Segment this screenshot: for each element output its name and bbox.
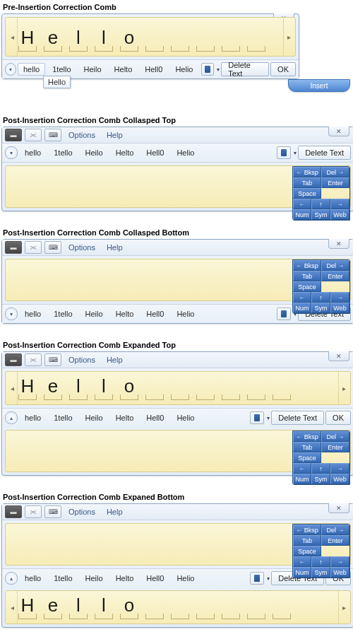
comb-cell[interactable]: H [18,375,37,400]
key-right[interactable]: → [330,199,349,209]
key-delete[interactable]: Del → [321,260,349,271]
scroll-right-button[interactable]: ▸ [283,18,294,56]
comb-cell[interactable] [222,375,240,400]
expander-button[interactable]: ▴ [5,411,18,424]
comb-cell[interactable] [273,595,291,619]
key-backspace[interactable]: ← Bksp [293,167,321,177]
comb-cell[interactable] [247,27,265,52]
key-backspace[interactable]: ← Bksp [293,525,321,535]
key-tab[interactable]: Tab [293,177,321,188]
delete-text-button[interactable]: Delete Text [298,146,351,160]
writing-area[interactable]: ← Bksp Del → Tab Enter Space ← ↑ → Num S… [5,430,351,472]
expander-button[interactable]: ▾ [5,63,16,76]
delete-text-button[interactable]: Delete Text [221,62,269,76]
key-num[interactable]: Num [293,474,311,484]
writing-pad-button[interactable]: ▬ [5,505,22,518]
key-num[interactable]: Num [293,209,311,220]
suggestion-item[interactable]: Helto [110,308,140,320]
suggestion-item[interactable]: 1tello [47,63,76,76]
key-up[interactable]: ↑ [311,292,330,303]
suggestion-item[interactable]: Hell0 [140,572,169,585]
suggestion-item[interactable]: 1tello [48,411,78,424]
handwriting-comb[interactable]: ◂ ▸ H e l l o [5,371,351,405]
writing-pad-button[interactable]: ▬ [5,353,22,366]
writing-pad-button[interactable]: ▬ [5,129,22,141]
suggestion-item[interactable]: Helio [171,411,200,424]
options-menu[interactable]: Options [64,356,100,364]
comb-cell[interactable] [196,595,215,619]
comb-cell[interactable]: e [44,375,62,400]
key-left[interactable]: ← [293,292,311,303]
comb-cell[interactable] [273,375,291,400]
key-sym[interactable]: Sym [311,567,330,578]
suggestion-item[interactable]: 1tello [48,308,78,320]
key-web[interactable]: Web [330,567,349,578]
close-button[interactable]: ✕ [328,351,349,361]
comb-cell[interactable]: o [120,595,138,619]
expander-button[interactable]: ▾ [5,308,18,320]
comb-cell[interactable]: l [95,27,113,52]
delete-text-button[interactable]: Delete Text [271,411,324,425]
handwriting-comb[interactable]: ◂ ▸ H e l l o [5,590,351,624]
comb-cell[interactable] [145,27,164,52]
writing-pad-button[interactable]: ▬ [5,241,22,254]
dictionary-button[interactable] [250,572,264,585]
comb-cell[interactable] [222,595,240,619]
help-menu[interactable]: Help [102,356,127,364]
key-backspace[interactable]: ← Bksp [293,431,321,442]
comb-cell[interactable] [171,27,189,52]
suggestion-item[interactable]: Heilo [80,411,109,424]
key-tab[interactable]: Tab [293,442,321,452]
ok-button[interactable]: OK [325,411,351,425]
suggestion-item[interactable]: Heilo [80,572,109,585]
suggestion-item[interactable]: Heilo [80,146,109,159]
key-sym[interactable]: Sym [311,209,330,220]
suggestion-item[interactable]: Heilo [80,308,109,320]
key-web[interactable]: Web [330,209,349,220]
writing-area[interactable]: ← Bksp Del → Tab Enter Space ← ↑ → Num S… [5,165,351,208]
scroll-left-button[interactable]: ◂ [7,18,18,56]
suggestion-item[interactable]: Hell0 [139,63,168,76]
comb-cell[interactable] [145,595,164,619]
key-space[interactable]: Space [293,188,321,199]
scroll-left-button[interactable]: ◂ [7,372,18,404]
character-pad-button[interactable]: ⩙ [25,241,42,254]
key-delete[interactable]: Del → [321,525,349,535]
onscreen-keyboard-button[interactable]: ⌨ [44,129,61,141]
key-delete[interactable]: Del → [321,167,349,177]
key-up[interactable]: ↑ [311,556,330,567]
comb-cell[interactable] [247,595,265,619]
onscreen-keyboard-button[interactable]: ⌨ [44,241,61,254]
key-enter[interactable]: Enter [321,535,349,546]
key-sym[interactable]: Sym [311,303,330,313]
comb-cell[interactable]: e [44,595,62,619]
onscreen-keyboard-button[interactable]: ⌨ [44,505,61,518]
key-num[interactable]: Num [293,303,311,313]
key-web[interactable]: Web [330,474,349,484]
help-menu[interactable]: Help [102,508,127,516]
comb-cell[interactable]: e [44,27,62,52]
dictionary-button[interactable] [201,63,214,76]
suggestion-item[interactable]: Helio [169,63,198,76]
scroll-right-button[interactable]: ▸ [338,591,349,623]
writing-area[interactable]: ← Bksp Del → Tab Enter Space ← ↑ → Num S… [5,259,351,301]
comb-cell[interactable] [145,375,164,400]
key-num[interactable]: Num [293,567,311,578]
suggestion-item[interactable]: Helto [109,63,138,76]
comb-cell[interactable]: l [69,375,88,400]
close-button[interactable]: ✕ [328,503,349,513]
comb-cell[interactable] [222,27,240,52]
close-button[interactable]: ✕ [328,239,349,249]
suggestion-item[interactable]: hello [19,146,47,159]
suggestion-item[interactable]: Hell0 [140,146,169,159]
suggestion-item[interactable]: Hell0 [140,411,169,424]
ok-button[interactable]: OK [270,62,296,76]
suggestion-item[interactable]: Heilo [78,63,107,76]
expander-button[interactable]: ▾ [5,146,18,159]
comb-cell[interactable]: l [69,595,88,619]
suggestion-item[interactable]: Hell0 [140,308,169,320]
suggestion-item[interactable]: 1tello [48,572,78,585]
comb-cell[interactable] [247,375,265,400]
comb-cell[interactable]: l [95,595,113,619]
suggestion-item[interactable]: hello [19,411,47,424]
